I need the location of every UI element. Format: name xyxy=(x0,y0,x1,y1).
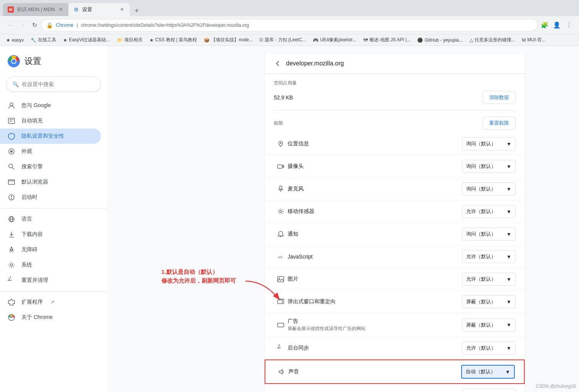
back-button[interactable]: ← xyxy=(5,20,15,31)
sound-select[interactable]: 自动（默认） ▼ xyxy=(461,365,515,379)
sidebar-item-accessibility[interactable]: 无障碍 xyxy=(0,242,101,257)
images-value: 允许（默认） xyxy=(466,276,496,283)
tab-settings-label: 设置 xyxy=(82,6,92,13)
sidebar-item-browser[interactable]: 默认浏览器 xyxy=(0,174,101,190)
sidebar-item-search[interactable]: 搜索引擎 xyxy=(0,159,101,174)
popups-select[interactable]: 屏蔽（默认） ▼ xyxy=(462,295,516,308)
bookmark-leetcode[interactable]: © 题库 - 力扣 (LeetC... xyxy=(257,36,309,44)
bookmark-easyv[interactable]: ★ easyv xyxy=(3,36,27,44)
bookmark-github[interactable]: ⚫ GitHub - yeyupia... xyxy=(414,36,465,44)
clear-data-button[interactable]: 清除数据 xyxy=(483,91,516,104)
permission-row-notifications: 通知 询问（默认） ▼ xyxy=(265,223,525,246)
background-sync-dropdown[interactable]: 允许（默认） ▼ xyxy=(462,342,516,355)
menu-icon: ⋮ xyxy=(566,21,572,29)
browser-frame: M 初识 MDN | MDN ✕ ⚙ 设置 ✕ + ← → ↻ 🔒 Chrome… xyxy=(0,0,579,46)
sidebar-item-about[interactable]: 关于 Chrome xyxy=(0,310,101,325)
camera-info: 摄像头 xyxy=(288,163,462,170)
sound-dropdown[interactable]: 自动（默认） ▼ xyxy=(461,365,515,379)
forward-button[interactable]: → xyxy=(17,20,28,31)
bookmark-github-icon: ⚫ xyxy=(417,37,423,43)
popups-icon xyxy=(274,298,288,305)
images-dropdown[interactable]: 允许（默认） ▼ xyxy=(462,273,516,286)
address-bar[interactable]: 🔒 Chrome | chrome://settings/content/sit… xyxy=(41,19,538,31)
settings-panel: developer.mozilla.org 空间占用量 52.9 KB 清除数据… xyxy=(265,54,525,392)
ads-dropdown[interactable]: 屏蔽（默认） ▼ xyxy=(462,319,516,332)
bookmark-node-label: 【项目实战】node... xyxy=(211,37,253,43)
auto-download-dropdown[interactable]: 询问（默认） ▼ xyxy=(462,389,516,392)
svg-point-30 xyxy=(280,142,281,144)
bookmark-ue4-label: UE4像素pixelstr... xyxy=(320,37,356,43)
camera-dropdown[interactable]: 询问（默认） ▼ xyxy=(462,160,516,173)
tab-settings-close[interactable]: ✕ xyxy=(119,7,125,13)
ads-name: 广告 xyxy=(288,318,462,325)
sidebar-item-autofill[interactable]: 自动填充 xyxy=(0,113,101,128)
bookmark-map[interactable]: 🗺 概述-地图 JS API |... xyxy=(360,36,414,44)
popups-value: 屏蔽（默认） xyxy=(466,298,496,305)
images-select[interactable]: 允许（默认） ▼ xyxy=(462,273,516,286)
auto-download-select[interactable]: 询问（默认） ▼ xyxy=(462,389,516,392)
images-icon xyxy=(274,276,288,283)
sidebar-item-reset[interactable]: 重置并清理 xyxy=(0,273,101,288)
svg-line-12 xyxy=(12,168,14,169)
startup-icon xyxy=(8,194,15,201)
sound-dropdown-icon: ▼ xyxy=(505,369,510,375)
microphone-dropdown[interactable]: 询问（默认） ▼ xyxy=(462,182,516,195)
settings-search-input[interactable] xyxy=(22,81,94,87)
bookmark-project-label: 项目相关 xyxy=(124,37,143,43)
motion-dropdown[interactable]: 允许（默认） ▼ xyxy=(462,205,516,218)
sidebar-item-language[interactable]: 语言 xyxy=(0,211,101,227)
sidebar-item-startup[interactable]: 启动时 xyxy=(0,190,101,205)
sidebar-item-system[interactable]: 系统 xyxy=(0,257,101,273)
sound-icon xyxy=(275,368,288,375)
sidebar-item-download[interactable]: 下载内容 xyxy=(0,227,101,242)
bookmark-mui[interactable]: M MUI-官... xyxy=(519,36,549,44)
new-tab-button[interactable]: + xyxy=(131,5,142,16)
bookmark-easyvi[interactable]: ★ EasyVi过滤器基础... xyxy=(60,36,113,44)
javascript-select[interactable]: 允许（默认） ▼ xyxy=(462,250,516,263)
camera-dropdown-icon: ▼ xyxy=(506,164,511,169)
menu-button[interactable]: ⋮ xyxy=(564,20,574,31)
bookmark-easyv-icon: ★ xyxy=(6,37,10,43)
bookmark-mui-label: MUI-官... xyxy=(527,37,546,43)
svg-text:<>: <> xyxy=(278,255,283,260)
background-sync-select[interactable]: 允许（默认） ▼ xyxy=(462,342,516,355)
svg-point-5 xyxy=(10,103,13,106)
svg-point-4 xyxy=(12,59,16,63)
javascript-dropdown[interactable]: 允许（默认） ▼ xyxy=(462,250,516,263)
motion-select[interactable]: 允许（默认） ▼ xyxy=(462,205,516,218)
sidebar-item-appearance[interactable]: 外观 xyxy=(0,144,101,159)
notifications-select[interactable]: 询问（默认） ▼ xyxy=(462,228,516,241)
sidebar-item-privacy[interactable]: 隐私设置和安全性 xyxy=(0,128,101,144)
panel-back-button[interactable] xyxy=(274,60,281,67)
bookmark-tools[interactable]: 🔧 在线工具 xyxy=(28,36,59,44)
popups-dropdown[interactable]: 屏蔽（默认） ▼ xyxy=(462,295,516,308)
camera-select[interactable]: 询问（默认） ▼ xyxy=(462,160,516,173)
bookmark-polygon[interactable]: △ 任意多边形的碰撞... xyxy=(467,36,518,44)
extensions-button[interactable]: 🧩 xyxy=(539,20,550,31)
location-select[interactable]: 询问（默认） ▼ xyxy=(462,137,516,150)
bookmark-project[interactable]: 📁 项目相关 xyxy=(114,36,146,44)
tab-settings[interactable]: ⚙ 设置 ✕ xyxy=(68,3,130,16)
settings-search-box[interactable]: 🔍 xyxy=(6,76,101,92)
reset-permissions-button[interactable]: 重置权限 xyxy=(483,117,516,130)
notifications-dropdown[interactable]: 询问（默认） ▼ xyxy=(462,228,516,241)
tab-mdn[interactable]: M 初识 MDN | MDN ✕ xyxy=(3,3,68,16)
sidebar-item-google[interactable]: 您与 Google xyxy=(0,98,101,113)
microphone-select[interactable]: 询问（默认） ▼ xyxy=(462,182,516,195)
javascript-icon: <> xyxy=(274,253,288,260)
bookmark-ue4[interactable]: 🎮 UE4像素pixelstr... xyxy=(310,36,359,44)
location-dropdown[interactable]: 询问（默认） ▼ xyxy=(462,137,516,150)
bookmark-css[interactable]: ★ CSS 教程 | 菜鸟教程 xyxy=(146,36,200,44)
bookmark-node[interactable]: 📦 【项目实战】node... xyxy=(201,36,256,44)
bookmark-node-icon: 📦 xyxy=(204,37,210,43)
svg-rect-13 xyxy=(8,180,15,184)
refresh-button[interactable]: ↻ xyxy=(29,20,40,31)
settings-title: 设置 xyxy=(24,55,41,67)
bookmark-map-icon: 🗺 xyxy=(363,37,368,43)
svg-rect-31 xyxy=(278,165,282,168)
ads-select[interactable]: 屏蔽（默认） ▼ xyxy=(462,319,516,332)
sidebar-item-extensions[interactable]: 扩展程序 ↗ xyxy=(0,294,101,310)
profile-button[interactable]: 👤 xyxy=(551,20,562,31)
tab-mdn-close[interactable]: ✕ xyxy=(58,7,64,13)
popups-dropdown-icon: ▼ xyxy=(506,299,511,305)
